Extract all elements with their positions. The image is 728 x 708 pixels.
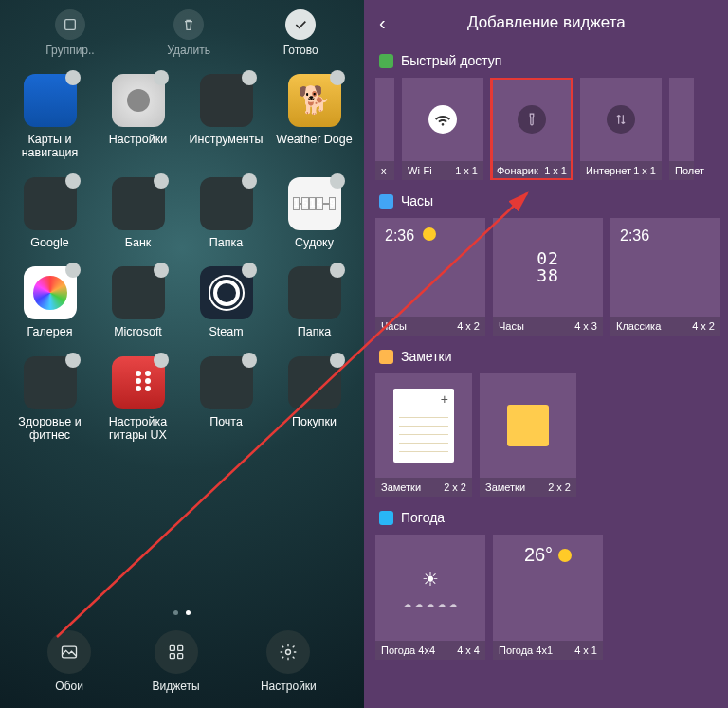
- note-sticky-icon: [507, 405, 549, 446]
- widget-flashlight[interactable]: Фонарик1 x 1: [491, 78, 573, 180]
- group-action[interactable]: Группир..: [46, 9, 94, 57]
- widget-picker-screen: ‹ Добавление виджета Быстрый доступ x Wi…: [364, 0, 728, 708]
- app-shopping-folder[interactable]: Покупки: [272, 356, 356, 443]
- widget-edge-left[interactable]: x: [375, 78, 394, 180]
- internet-icon: [607, 105, 635, 134]
- home-editor-screen: Группир.. Удалить Готово Карты и навигац…: [0, 0, 364, 708]
- section-quick-access: Быстрый доступ x Wi-Fi1 x 1 Фонарик1 x 1…: [364, 42, 728, 182]
- editor-top-actions: Группир.. Удалить Готово: [0, 0, 364, 61]
- svg-point-6: [286, 650, 291, 655]
- notes-section-icon: [379, 350, 393, 364]
- widget-clock-1[interactable]: 2:36 Часы4 x 2: [375, 218, 485, 336]
- quick-access-icon: [379, 54, 393, 68]
- app-guitar-tuner[interactable]: Настройка гитары UX: [96, 356, 180, 443]
- group-label: Группир..: [46, 44, 94, 57]
- app-folder-1[interactable]: Папка: [184, 177, 268, 249]
- app-bank-folder[interactable]: Банк: [96, 177, 180, 249]
- section-weather: Погода ☀☁☁☁☁☁ Погода 4x44 x 4 26° Погода…: [364, 499, 728, 662]
- app-settings[interactable]: Настройки: [96, 74, 180, 160]
- app-weather-doge[interactable]: Weather Doge: [272, 74, 356, 160]
- widget-picker-header: ‹ Добавление виджета: [364, 0, 728, 42]
- app-mail-folder[interactable]: Почта: [184, 356, 268, 443]
- app-gallery[interactable]: Галерея: [8, 266, 92, 338]
- svg-rect-2: [170, 645, 174, 650]
- svg-rect-5: [177, 654, 182, 659]
- editor-bottom-bar: Обои Виджеты Настройки: [0, 625, 364, 708]
- done-label: Готово: [283, 44, 318, 57]
- delete-action[interactable]: Удалить: [167, 9, 210, 57]
- app-microsoft-folder[interactable]: Microsoft: [96, 266, 180, 338]
- section-notes: Заметки Заметки2 x 2 Заметки2 x 2: [364, 337, 728, 499]
- app-tools-folder[interactable]: Инструменты: [184, 74, 268, 160]
- app-sudoku[interactable]: 15149Судоку: [272, 177, 356, 249]
- widget-clock-3[interactable]: 2:36 Классика4 x 2: [610, 218, 720, 336]
- widget-notes-2[interactable]: Заметки2 x 2: [480, 373, 576, 497]
- app-steam[interactable]: Steam: [184, 266, 268, 338]
- widgets-button[interactable]: Виджеты: [152, 630, 199, 693]
- svg-rect-4: [170, 654, 174, 659]
- back-icon[interactable]: ‹: [379, 13, 386, 32]
- app-google-folder[interactable]: Google: [8, 177, 92, 249]
- widget-wifi[interactable]: Wi-Fi1 x 1: [402, 78, 483, 180]
- page-indicator: [0, 610, 364, 615]
- clock-section-icon: [379, 194, 393, 209]
- app-folder-2[interactable]: Папка: [272, 266, 356, 338]
- flashlight-icon: [518, 105, 546, 134]
- widget-clock-2[interactable]: 02 38 Часы4 x 3: [493, 218, 603, 336]
- widget-flight[interactable]: Полет: [669, 78, 694, 180]
- svg-rect-3: [177, 645, 182, 650]
- widget-notes-1[interactable]: Заметки2 x 2: [375, 373, 472, 497]
- app-maps[interactable]: Карты и навигация: [8, 74, 92, 160]
- settings-button[interactable]: Настройки: [261, 630, 317, 693]
- delete-label: Удалить: [167, 44, 210, 57]
- app-grid: Карты и навигация Настройки Инструменты …: [0, 61, 364, 449]
- wallpaper-button[interactable]: Обои: [47, 630, 91, 693]
- widget-weather-4x1[interactable]: 26° Погода 4x14 x 1: [493, 535, 603, 660]
- note-paper-icon: [393, 389, 454, 463]
- section-clock: Часы 2:36 Часы4 x 2 02 38 Часы4 x 3 2:36…: [364, 182, 728, 337]
- weather-section-icon: [379, 511, 393, 525]
- wifi-icon: [428, 105, 457, 134]
- svg-rect-0: [65, 20, 76, 30]
- widget-weather-4x4[interactable]: ☀☁☁☁☁☁ Погода 4x44 x 4: [375, 535, 485, 660]
- page-title: Добавление виджета: [399, 13, 694, 32]
- done-action[interactable]: Готово: [283, 9, 318, 57]
- app-health-folder[interactable]: Здоровье и фитнес: [8, 356, 92, 443]
- widget-internet[interactable]: Интернет1 x 1: [580, 78, 662, 180]
